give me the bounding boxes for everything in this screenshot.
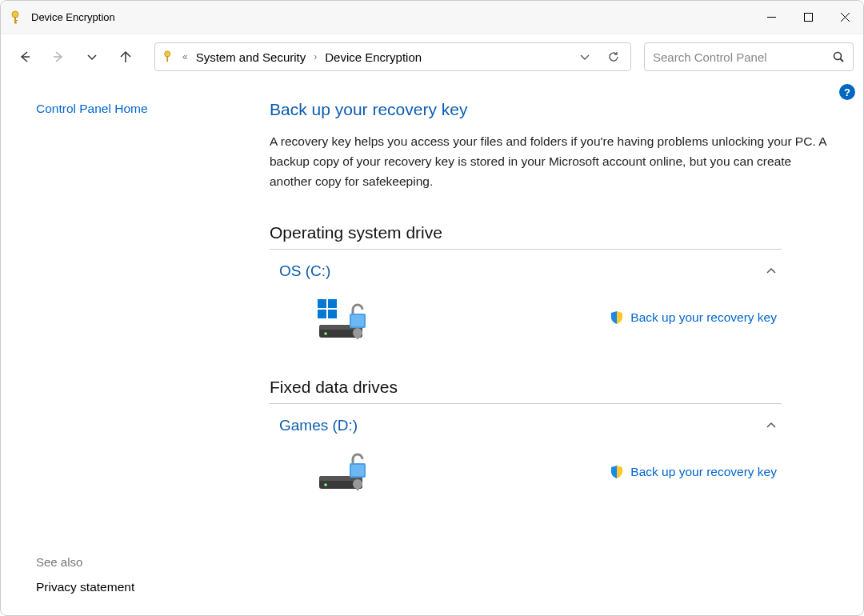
fixed-backup-key-link[interactable]: Back up your recovery key — [610, 465, 777, 479]
main-content: ? Back up your recovery key A recovery k… — [257, 79, 863, 615]
svg-rect-16 — [328, 299, 337, 308]
svg-rect-30 — [351, 465, 364, 476]
svg-rect-12 — [166, 56, 168, 62]
toolbar: « System and Security › Device Encryptio… — [1, 34, 863, 79]
fixed-drive-icon — [318, 452, 374, 492]
control-panel-home-link[interactable]: Control Panel Home — [36, 102, 257, 116]
fixed-drives-section-heading: Fixed data drives — [270, 378, 782, 404]
fixed-drive-label: Games (D:) — [279, 417, 358, 434]
os-drive-header[interactable]: OS (C:) — [270, 261, 782, 282]
page-title: Back up your recovery key — [270, 100, 834, 119]
os-drive-label: OS (C:) — [279, 262, 330, 280]
svg-rect-18 — [328, 310, 337, 318]
shield-icon — [610, 465, 624, 479]
page-description: A recovery key helps you access your fil… — [270, 132, 834, 191]
back-button[interactable] — [10, 42, 39, 71]
os-backup-key-label: Back up your recovery key — [630, 310, 777, 325]
svg-rect-15 — [318, 299, 326, 308]
address-bar-icon — [158, 50, 179, 64]
chevron-up-icon[interactable] — [766, 266, 777, 277]
fixed-drive-header[interactable]: Games (D:) — [270, 415, 782, 436]
close-button[interactable] — [826, 1, 863, 34]
forward-button[interactable] — [44, 42, 73, 71]
svg-rect-25 — [357, 333, 359, 339]
svg-rect-5 — [804, 14, 812, 22]
sidebar: Control Panel Home See also Privacy stat… — [1, 79, 257, 615]
breadcrumb-current[interactable]: Device Encryption — [320, 47, 426, 67]
search-input[interactable] — [653, 50, 826, 64]
svg-point-13 — [834, 52, 842, 59]
svg-rect-32 — [357, 484, 359, 490]
see-also-label: See also — [36, 555, 257, 569]
bitlocker-app-icon — [9, 10, 25, 26]
privacy-statement-link[interactable]: Privacy statement — [36, 580, 257, 594]
os-drive-body: Back up your recovery key — [270, 282, 782, 378]
svg-point-0 — [12, 11, 18, 18]
os-drive-section-heading: Operating system drive — [270, 223, 782, 250]
svg-rect-2 — [14, 20, 18, 22]
up-button[interactable] — [111, 42, 140, 71]
minimize-button[interactable] — [753, 1, 790, 34]
fixed-drive-body: Back up your recovery key — [270, 436, 782, 500]
search-box[interactable] — [644, 42, 854, 71]
breadcrumb-parent[interactable]: System and Security — [191, 47, 311, 67]
svg-line-14 — [841, 58, 844, 62]
svg-rect-3 — [14, 22, 17, 24]
maximize-button[interactable] — [790, 1, 826, 34]
refresh-button[interactable] — [600, 44, 627, 70]
svg-point-11 — [165, 51, 170, 57]
svg-point-28 — [324, 484, 327, 487]
svg-rect-23 — [351, 315, 364, 326]
address-bar[interactable]: « System and Security › Device Encryptio… — [154, 42, 631, 71]
svg-point-21 — [324, 333, 327, 336]
window-title: Device Encryption — [31, 11, 115, 23]
chevron-left-icon[interactable]: « — [181, 51, 190, 62]
os-drive-icon — [318, 298, 374, 338]
os-backup-key-link[interactable]: Back up your recovery key — [610, 310, 777, 325]
help-icon[interactable]: ? — [839, 84, 855, 100]
chevron-up-icon[interactable] — [766, 420, 777, 431]
titlebar: Device Encryption — [1, 1, 863, 34]
recent-locations-button[interactable] — [78, 42, 106, 71]
chevron-right-icon: › — [312, 51, 318, 62]
fixed-backup-key-label: Back up your recovery key — [630, 465, 777, 479]
address-dropdown-button[interactable] — [571, 44, 598, 70]
shield-icon — [610, 310, 624, 325]
search-icon[interactable] — [833, 51, 845, 63]
svg-rect-17 — [318, 310, 326, 318]
